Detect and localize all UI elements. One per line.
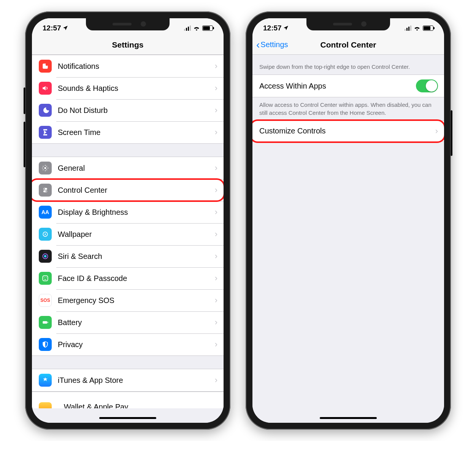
svg-point-5 <box>44 188 45 189</box>
row-label: Siri & Search <box>58 252 215 261</box>
phone-frame-left: 12:57 Settings Notifications <box>25 11 230 430</box>
status-time-group: 12:57 <box>43 24 68 32</box>
row-control-center[interactable]: Control Center › <box>32 179 224 201</box>
row-label: Sounds & Haptics <box>58 84 215 93</box>
row-privacy[interactable]: Privacy › <box>32 333 224 355</box>
chevron-right-icon: › <box>215 251 217 261</box>
battery-setting-icon <box>39 316 52 329</box>
row-screentime[interactable]: Screen Time › <box>32 121 224 143</box>
settings-group-2: General › Control Center › AA Display & … <box>32 157 224 356</box>
chevron-right-icon: › <box>215 375 217 385</box>
toggle-access-within-apps[interactable] <box>416 79 438 92</box>
dnd-icon <box>39 104 52 117</box>
row-label: Privacy <box>58 340 215 349</box>
row-dnd[interactable]: Do Not Disturb › <box>32 99 224 121</box>
row-label: Face ID & Passcode <box>58 274 215 283</box>
row-wallpaper[interactable]: Wallpaper › <box>32 223 224 245</box>
battery-icon <box>423 25 433 31</box>
row-sos[interactable]: SOS Emergency SOS › <box>32 289 224 311</box>
svg-point-12 <box>44 278 45 278</box>
row-access-within-apps[interactable]: Access Within Apps <box>252 75 444 97</box>
location-icon <box>63 24 68 32</box>
svg-point-1 <box>46 63 48 66</box>
row-label: Access Within Apps <box>259 82 416 90</box>
chevron-left-icon: ‹ <box>256 40 260 50</box>
sounds-icon <box>39 82 52 95</box>
status-indicators <box>405 25 433 31</box>
status-indicators <box>184 25 213 31</box>
page-title: Control Center <box>321 40 376 49</box>
control-center-content[interactable]: Swipe down from the top-right edge to op… <box>252 55 444 423</box>
row-label: Customize Controls <box>259 127 435 135</box>
notch <box>306 18 390 30</box>
row-label: Display & Brightness <box>58 208 215 217</box>
svg-point-10 <box>44 255 47 258</box>
svg-rect-11 <box>43 276 48 281</box>
svg-rect-14 <box>43 321 47 324</box>
chevron-right-icon: › <box>215 185 217 195</box>
row-display[interactable]: AA Display & Brightness › <box>32 201 224 223</box>
general-icon <box>39 162 52 175</box>
settings-group-1: Notifications › Sounds & Haptics › Do No… <box>32 55 224 144</box>
row-label: Screen Time <box>58 128 215 137</box>
row-label: Emergency SOS <box>58 296 215 305</box>
chevron-right-icon: › <box>215 229 217 239</box>
row-wallet-partial[interactable]: Wallet & Apple Pay <box>32 392 224 408</box>
row-itunes[interactable]: iTunes & App Store › <box>32 369 224 391</box>
row-siri[interactable]: Siri & Search › <box>32 245 224 267</box>
row-battery[interactable]: Battery › <box>32 311 224 333</box>
wallet-icon <box>39 402 52 408</box>
settings-list[interactable]: Notifications › Sounds & Haptics › Do No… <box>32 55 224 423</box>
row-sounds[interactable]: Sounds & Haptics › <box>32 77 224 99</box>
row-customize-controls[interactable]: Customize Controls › <box>252 121 444 141</box>
row-label: Battery <box>58 318 215 327</box>
row-label: General <box>58 164 215 173</box>
screentime-icon <box>39 126 52 139</box>
row-label: Wallpaper <box>58 230 215 239</box>
row-notifications[interactable]: Notifications › <box>32 55 224 77</box>
access-group: Access Within Apps <box>252 75 444 97</box>
chevron-right-icon: › <box>215 163 217 173</box>
display-icon: AA <box>39 206 52 219</box>
row-label: Do Not Disturb <box>58 106 215 115</box>
row-label: Wallet & Apple Pay <box>64 403 128 408</box>
row-faceid[interactable]: Face ID & Passcode › <box>32 267 224 289</box>
nav-bar-settings: Settings <box>32 35 224 55</box>
home-indicator[interactable] <box>99 417 156 419</box>
screen-control-center: 12:57 ‹ Settings Control Center Swipe d <box>252 18 444 423</box>
svg-point-8 <box>44 233 46 235</box>
chevron-right-icon: › <box>215 61 217 71</box>
chevron-right-icon: › <box>215 295 217 305</box>
location-icon <box>283 24 289 32</box>
privacy-icon <box>39 338 52 351</box>
phone-frame-right: 12:57 ‹ Settings Control Center Swipe d <box>246 11 451 430</box>
status-time: 12:57 <box>263 24 282 32</box>
settings-group-3: iTunes & App Store › <box>32 369 224 392</box>
wifi-icon <box>193 25 200 31</box>
back-label: Settings <box>260 40 288 49</box>
row-general[interactable]: General › <box>32 157 224 179</box>
faceid-icon <box>39 272 52 285</box>
chevron-right-icon: › <box>215 273 217 283</box>
back-button[interactable]: ‹ Settings <box>256 40 288 50</box>
cellular-signal-icon <box>405 25 411 31</box>
wifi-icon <box>414 25 420 31</box>
home-indicator[interactable] <box>320 417 377 419</box>
screen-settings: 12:57 Settings Notifications <box>32 18 224 423</box>
row-label: Control Center <box>58 186 215 195</box>
customize-group: Customize Controls › <box>252 121 444 142</box>
nav-bar-control-center: ‹ Settings Control Center <box>252 35 444 55</box>
chevron-right-icon: › <box>215 127 217 137</box>
sos-icon: SOS <box>39 294 52 307</box>
chevron-right-icon: › <box>435 126 438 136</box>
appstore-icon <box>39 374 52 387</box>
status-time-group: 12:57 <box>263 24 289 32</box>
status-time: 12:57 <box>43 24 61 32</box>
svg-point-13 <box>46 278 47 278</box>
hint-top: Swipe down from the top-right edge to op… <box>252 55 444 75</box>
notifications-icon <box>39 60 52 73</box>
chevron-right-icon: › <box>215 207 217 217</box>
siri-icon <box>39 250 52 263</box>
chevron-right-icon: › <box>215 317 217 327</box>
row-label: Notifications <box>58 62 215 71</box>
